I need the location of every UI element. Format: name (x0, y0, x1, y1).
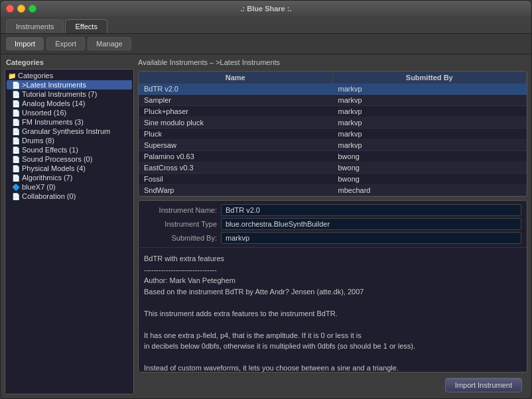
cell-submitted-by: markvp (333, 117, 527, 129)
sidebar-item-label: Physical Models (4) (22, 164, 86, 172)
sidebar-item-9[interactable]: 📄Sound Processors (0) (7, 154, 132, 164)
sidebar-item-13[interactable]: 📄Collaboration (0) (7, 192, 132, 201)
cell-name: Pluck (139, 129, 333, 140)
folder-icon: 📄 (12, 174, 20, 182)
sidebar-item-label: Drums (8) (22, 137, 54, 144)
import-instrument-button[interactable]: Import Instrument (445, 378, 522, 392)
cell-submitted-by: bwong (333, 174, 527, 185)
cell-name: Supersaw (139, 140, 333, 151)
sidebar-item-2[interactable]: 📄Tutorial Instruments (7) (7, 89, 132, 99)
table-row[interactable]: Supersawmarkvp (139, 140, 527, 151)
table-body[interactable]: BdTR v2.0markvpSamplermarkvpPluck+phaser… (139, 84, 527, 196)
tab-export[interactable]: Export (46, 37, 85, 50)
sidebar-title: Categories (5, 58, 134, 66)
sidebar-item-3[interactable]: 📄Analog Models (14) (7, 99, 132, 108)
detail-fields: Instrument Name: BdTR v2.0 Instrument Ty… (139, 201, 527, 248)
cell-submitted-by: markvp (333, 106, 527, 117)
tab-manage[interactable]: Manage (88, 37, 131, 50)
table-row[interactable]: SndWarpmbechard (139, 185, 527, 196)
cell-name: BdTR v2.0 (139, 84, 333, 95)
folder-icon: 📄 (12, 193, 20, 200)
tab-effects[interactable]: Effects (65, 19, 107, 33)
sidebar: Categories 📁Categories📄>Latest Instrumen… (5, 58, 134, 394)
table-row[interactable]: Fossilbwong (139, 174, 527, 185)
cell-name: SndWarp (139, 185, 333, 196)
detail-description: BdTR with extra features ---------------… (139, 248, 527, 372)
folder-icon: 📄 (12, 109, 20, 117)
cell-submitted-by: markvp (333, 95, 527, 106)
table-row[interactable]: Palamino v0.63bwong (139, 151, 527, 162)
sidebar-item-label: Granular Synthesis Instrum (22, 127, 110, 135)
sidebar-item-label: Categories (18, 72, 53, 80)
tab-import[interactable]: Import (6, 37, 44, 50)
main-tab-bar: Instruments Effects (1, 17, 531, 34)
cell-submitted-by: bwong (333, 162, 527, 174)
table-row[interactable]: Samplermarkvp (139, 95, 527, 106)
cell-submitted-by: markvp (333, 84, 527, 95)
sidebar-item-4[interactable]: 📄Unsorted (16) (7, 108, 132, 117)
sidebar-item-label: Unsorted (16) (22, 109, 66, 117)
cell-name: EastCross v0.3 (139, 162, 333, 174)
sidebar-tree[interactable]: 📁Categories📄>Latest Instruments📄Tutorial… (5, 69, 134, 394)
cell-submitted-by: markvp (333, 140, 527, 151)
folder-icon: 📄 (12, 165, 20, 172)
sidebar-item-7[interactable]: 📄Drums (8) (7, 136, 132, 145)
available-title: Available Instruments – >Latest Instrume… (138, 58, 527, 66)
instrument-name-label: Instrument Name: (144, 206, 217, 214)
cell-submitted-by: mbechard (333, 185, 527, 196)
sidebar-item-label: blueX7 (0) (22, 183, 56, 191)
sidebar-item-8[interactable]: 📄Sound Effects (1) (7, 145, 132, 154)
instruments-table: Name Submitted By BdTR v2.0markvpSampler… (138, 71, 527, 197)
maximize-button[interactable] (29, 5, 36, 13)
folder-icon: 📄 (12, 119, 20, 126)
table-row[interactable]: EastCross v0.3bwong (139, 162, 527, 174)
folder-icon: 📄 (12, 82, 20, 89)
sidebar-item-10[interactable]: 📄Physical Models (4) (7, 164, 132, 173)
cell-name: Sampler (139, 95, 333, 106)
window-title: .: Blue Share :. (240, 5, 291, 13)
title-bar: .: Blue Share :. (1, 1, 531, 17)
instrument-type-value[interactable]: blue.orchestra.BlueSynthBuilder (221, 218, 521, 230)
traffic-lights (6, 5, 36, 13)
col-name: Name (139, 72, 333, 84)
sidebar-item-5[interactable]: 📄FM Instruments (3) (7, 117, 132, 127)
cell-submitted-by: markvp (333, 129, 527, 140)
table-row[interactable]: Sine modulo pluckmarkvp (139, 117, 527, 129)
sidebar-item-6[interactable]: 📄Granular Synthesis Instrum (7, 127, 132, 136)
submitted-by-label: Submitted By: (144, 234, 217, 242)
cell-name: Pluck+phaser (139, 106, 333, 117)
tab-instruments[interactable]: Instruments (6, 19, 64, 33)
main-content: Categories 📁Categories📄>Latest Instrumen… (1, 54, 531, 398)
bottom-bar: Import Instrument (138, 376, 527, 394)
sidebar-item-11[interactable]: 📄Algorithmics (7) (7, 173, 132, 182)
cell-name: Fossil (139, 174, 333, 185)
folder-icon: 🔷 (12, 184, 20, 191)
table-row[interactable]: Pluckmarkvp (139, 129, 527, 140)
folder-icon: 📄 (12, 156, 20, 163)
submitted-by-row: Submitted By: markvp (144, 232, 521, 244)
instrument-name-value[interactable]: BdTR v2.0 (221, 204, 521, 216)
folder-icon: 📄 (12, 100, 20, 107)
folder-icon: 📄 (12, 91, 20, 98)
instrument-type-row: Instrument Type blue.orchestra.BlueSynth… (144, 218, 521, 230)
table-row[interactable]: BdTR v2.0markvp (139, 84, 527, 95)
sidebar-item-label: Analog Models (14) (22, 99, 85, 107)
table-row[interactable]: Pluck+phasermarkvp (139, 106, 527, 117)
sidebar-item-0[interactable]: 📁Categories (7, 71, 132, 80)
sidebar-item-1[interactable]: 📄>Latest Instruments (7, 80, 132, 89)
sub-tab-bar: Import Export Manage (1, 34, 531, 54)
close-button[interactable] (6, 5, 14, 13)
folder-icon: 📄 (12, 137, 20, 144)
instrument-type-label: Instrument Type (144, 220, 217, 228)
folder-icon: 📄 (12, 146, 20, 154)
col-submitted-by: Submitted By (333, 72, 527, 84)
submitted-by-value[interactable]: markvp (221, 232, 521, 244)
main-window: .: Blue Share :. Instruments Effects Imp… (0, 0, 532, 399)
instrument-name-row: Instrument Name: BdTR v2.0 (144, 204, 521, 216)
sidebar-item-label: Sound Effects (1) (22, 146, 78, 154)
sidebar-item-12[interactable]: 🔷blueX7 (0) (7, 182, 132, 192)
table-header: Name Submitted By (139, 72, 527, 84)
sidebar-item-label: FM Instruments (3) (22, 118, 84, 126)
cell-name: Sine modulo pluck (139, 117, 333, 129)
minimize-button[interactable] (17, 5, 25, 13)
